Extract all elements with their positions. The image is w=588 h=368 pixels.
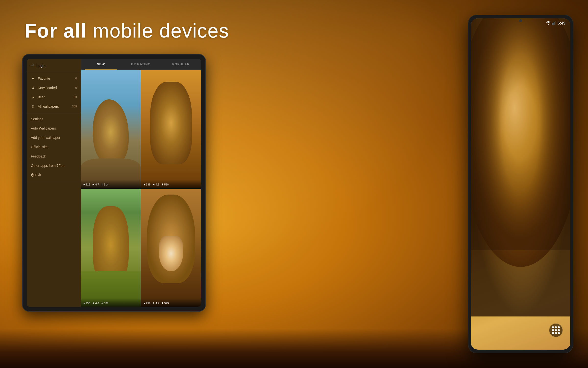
- star-icon-3: ★: [92, 302, 95, 305]
- all-wallpapers-icon: ⚙: [31, 105, 35, 108]
- tab-by-rating[interactable]: BY RATING: [121, 59, 161, 69]
- favorite-label: Favorite: [38, 77, 50, 80]
- lion2-bg: [141, 70, 201, 188]
- star-icon-1: ★: [92, 183, 95, 186]
- cell-1-likes: ♥ 316: [83, 183, 90, 186]
- headline-bold: For all: [24, 20, 87, 42]
- cell-2-rating: ★ 4.3: [152, 183, 159, 186]
- cell-3-downloads: ⬇ 387: [101, 302, 108, 305]
- phone-wallpaper: 6:49: [471, 18, 570, 350]
- cell-2-downloads: ⬇ 598: [161, 183, 169, 186]
- cell-1-downloads: ⬇ 514: [101, 183, 108, 186]
- like-icon-4: ♥: [144, 302, 145, 305]
- lion1-bg: [81, 70, 141, 188]
- cell-1-stats: ♥ 316 ★ 4.7 ⬇ 514: [81, 180, 141, 188]
- sidebar-section-favorites: ♥ Favorite 0 ⬇ Downloaded 0 ★ Best 93: [27, 72, 81, 113]
- downloaded-count: 0: [75, 86, 77, 90]
- sidebar-item-best[interactable]: ★ Best 93: [27, 92, 81, 102]
- phone-lion-mane: [471, 18, 570, 250]
- sidebar-item-downloaded[interactable]: ⬇ Downloaded 0: [27, 83, 81, 92]
- cell-3-likes: ♥ 256: [83, 302, 90, 305]
- favorite-count: 0: [75, 77, 77, 80]
- star-icon-4: ★: [152, 302, 155, 305]
- sidebar-section-links: Settings Auto Wallpapers Add your wallpa…: [27, 113, 81, 181]
- cell-1-rating: ★ 4.7: [92, 183, 99, 186]
- like-icon-1: ♥: [83, 183, 85, 186]
- wallpaper-cell-2[interactable]: ♥ 339 ★ 4.3 ⬇ 598: [141, 70, 201, 188]
- main-content: NEW BY RATING POPULAR ♥ 316: [81, 59, 201, 307]
- phone-screen: 6:49: [471, 18, 570, 350]
- download-icon: ⬇: [31, 86, 35, 90]
- cell-2-likes: ♥ 339: [144, 183, 150, 186]
- sidebar-official-site[interactable]: Official site: [27, 142, 81, 152]
- sidebar: ⏎ Login ♥ Favorite 0 ⬇ Downloaded 0: [27, 59, 81, 307]
- heart-icon: ♥: [31, 77, 35, 80]
- sidebar-login[interactable]: ⏎ Login: [27, 59, 81, 72]
- tab-bar: NEW BY RATING POPULAR: [81, 59, 201, 70]
- wifi-icon: [546, 21, 551, 26]
- sidebar-item-favorite[interactable]: ♥ Favorite 0: [27, 74, 81, 83]
- svg-rect-3: [554, 22, 554, 25]
- best-count: 93: [74, 95, 77, 99]
- headline-normal: mobile devices: [87, 20, 229, 42]
- sidebar-feedback[interactable]: Feedback: [27, 152, 81, 161]
- login-label: Login: [37, 64, 46, 68]
- sidebar-add-wallpaper[interactable]: Add your wallpaper: [27, 133, 81, 142]
- dl-icon-3: ⬇: [101, 302, 103, 305]
- wallpaper-grid: ♥ 316 ★ 4.7 ⬇ 514: [81, 70, 201, 307]
- grid-dots-icon: [552, 326, 560, 334]
- lion3-bg: [81, 189, 141, 307]
- power-icon: ⏻: [31, 173, 35, 177]
- status-icons: [546, 21, 556, 26]
- svg-rect-1: [552, 23, 552, 25]
- dl-icon-1: ⬇: [101, 183, 103, 186]
- like-icon-2: ♥: [144, 183, 145, 186]
- all-wallpapers-label: All wallpapers: [38, 105, 59, 108]
- tab-popular[interactable]: POPULAR: [161, 59, 201, 69]
- signal-icon: [552, 21, 556, 26]
- tablet-screen: ⏎ Login ♥ Favorite 0 ⬇ Downloaded 0: [27, 59, 201, 307]
- tab-new[interactable]: NEW: [81, 59, 121, 69]
- apps-grid-button[interactable]: [549, 323, 563, 337]
- like-icon-3: ♥: [83, 302, 85, 305]
- headline: For all mobile devices: [24, 20, 229, 42]
- tablet-device: ⏎ Login ♥ Favorite 0 ⬇ Downloaded 0: [22, 54, 206, 312]
- cell-4-rating: ★ 4.4: [152, 302, 159, 305]
- cell-3-rating: ★ 4.6: [92, 302, 99, 305]
- phone-status-bar: 6:49: [471, 18, 570, 28]
- all-wallpapers-count: 369: [72, 105, 77, 108]
- cell-4-stats: ♥ 259 ★ 4.4 ⬇ 373: [141, 298, 201, 307]
- svg-point-0: [548, 24, 549, 25]
- tablet-frame: ⏎ Login ♥ Favorite 0 ⬇ Downloaded 0: [22, 54, 206, 312]
- star-icon-2: ★: [152, 183, 155, 186]
- phone-time: 6:49: [558, 21, 565, 26]
- star-icon: ★: [31, 95, 35, 99]
- cell-2-stats: ♥ 339 ★ 4.3 ⬇ 598: [141, 180, 201, 188]
- dl-icon-4: ⬇: [161, 302, 163, 305]
- sidebar-exit[interactable]: ⏻ Exit: [27, 170, 81, 180]
- wallpaper-cell-1[interactable]: ♥ 316 ★ 4.7 ⬇ 514: [81, 70, 141, 188]
- lion4-bg: [141, 189, 201, 307]
- cell-4-downloads: ⬇ 373: [161, 302, 169, 305]
- wallpaper-cell-4[interactable]: ♥ 259 ★ 4.4 ⬇ 373: [141, 189, 201, 307]
- svg-rect-4: [555, 21, 555, 25]
- sidebar-other-apps[interactable]: Other apps from 7Fon: [27, 161, 81, 170]
- sidebar-item-all-wallpapers[interactable]: ⚙ All wallpapers 369: [27, 102, 81, 111]
- cell-4-likes: ♥ 259: [144, 302, 150, 305]
- sidebar-settings[interactable]: Settings: [27, 114, 81, 124]
- dl-icon-2: ⬇: [161, 183, 163, 186]
- login-icon: ⏎: [31, 63, 34, 68]
- cell-3-stats: ♥ 256 ★ 4.6 ⬇ 387: [81, 298, 141, 307]
- best-label: Best: [38, 95, 45, 99]
- wallpaper-cell-3[interactable]: ♥ 256 ★ 4.6 ⬇ 387: [81, 189, 141, 307]
- svg-rect-2: [553, 23, 553, 25]
- phone-frame: 6:49: [468, 15, 573, 353]
- phone-device: 6:49: [468, 15, 573, 353]
- sidebar-auto-wallpapers[interactable]: Auto Wallpapers: [27, 124, 81, 133]
- downloaded-label: Downloaded: [38, 86, 57, 90]
